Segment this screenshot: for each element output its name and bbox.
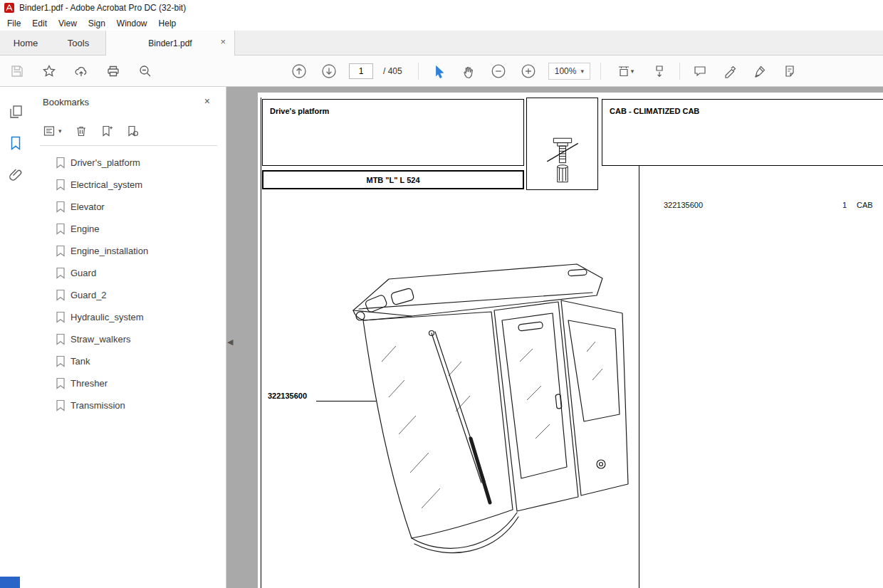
cursor-arrow-icon [432,64,446,78]
hand-tool-button[interactable] [459,61,479,81]
bookmark-icon [56,377,66,389]
toolbar-separator [679,63,680,80]
bookmark-item[interactable]: Hydraulic_system [31,306,226,328]
delete-bookmark-button[interactable] [75,125,88,137]
comment-bubble-icon [693,64,707,78]
bookmark-item[interactable]: Engine_installation [31,240,226,262]
document-canvas: ◀ Drive's platform MTB "L" L 524 CAB - C… [226,87,883,588]
bookmark-icon [56,399,66,411]
fountain-pen-icon [753,64,767,78]
fill-sign-button[interactable] [750,61,770,81]
new-bookmark-button[interactable] [100,125,113,137]
bookmark-icon [56,355,66,367]
pdf-page: Drive's platform MTB "L" L 524 CAB - CLI… [258,93,883,588]
bookmark-item[interactable]: Electrical_system [31,174,226,196]
bookmark-icon [56,157,66,169]
tab-home[interactable]: Home [0,31,51,55]
menu-view[interactable]: View [53,19,83,28]
select-tool-button[interactable] [429,61,449,81]
bookmark-item[interactable]: Engine [31,218,226,240]
bookmark-label: Hydraulic_system [70,312,144,322]
bookmark-item[interactable]: Thresher [31,372,226,394]
find-button[interactable] [135,61,155,81]
bookmark-label: Straw_walkers [70,334,131,345]
new-bookmark-icon [100,125,113,137]
page-fit-dropdown[interactable]: ▾ [611,61,639,81]
bookmark-label: Elevator [70,201,105,212]
find-bookmark-icon [126,125,139,137]
cloud-upload-icon [74,64,88,78]
bookmark-item[interactable]: Tank [31,350,226,372]
bookmarks-icon [8,135,23,151]
menu-sign[interactable]: Sign [83,19,111,28]
toolbar-separator [600,63,601,80]
goto-bookmark-button[interactable] [126,125,139,137]
bookmark-label: Guard_2 [70,290,107,300]
taskbar-fragment [0,577,20,588]
navigation-rail [0,87,31,588]
bookmarks-panel-header: Bookmarks × [31,87,226,117]
menu-help[interactable]: Help [153,19,182,28]
bookmark-icon [56,245,66,257]
zoom-level-value: 100% [555,66,577,76]
bookmarks-panel-button[interactable] [5,132,26,154]
arrow-down-circle-icon [321,63,337,79]
bookmark-item[interactable]: Driver's_platform [31,152,226,174]
window-title: Binder1.pdf - Adobe Acrobat Pro DC (32-b… [19,3,186,13]
document-tab-label: Binder1.pdf [148,38,192,48]
page-scroll-icon [652,64,667,78]
next-page-button[interactable] [319,61,339,81]
menu-edit[interactable]: Edit [26,19,53,28]
bookmark-label: Guard [70,268,96,278]
bookmark-label: Thresher [70,378,108,389]
zoom-in-button[interactable] [518,61,538,81]
attachments-panel-button[interactable] [5,164,26,185]
request-signature-button[interactable] [780,61,800,81]
model-label: MTB "L" L 524 [366,176,419,184]
previous-page-button[interactable] [289,61,309,81]
bookmark-options-button[interactable]: ▾ [43,125,62,137]
collapse-panel-icon[interactable]: ◀ [227,337,233,347]
menu-file[interactable]: File [1,19,26,28]
bookmark-icon [56,311,66,323]
bookmark-item[interactable]: Transmission [31,394,226,416]
page-count-label: / 405 [383,66,402,76]
zoom-level-dropdown[interactable]: 100% ▾ [548,63,590,80]
bookmark-list: Driver's_platform Electrical_system Elev… [31,146,226,416]
print-button[interactable] [103,61,123,81]
bookmark-item[interactable]: Elevator [31,196,226,218]
tab-document[interactable]: Binder1.pdf × [105,31,235,56]
toolbar-left-group [7,56,155,86]
save-icon [10,64,24,78]
share-cloud-button[interactable] [71,61,91,81]
page-thumbnails-icon [8,104,23,120]
close-panel-icon[interactable]: × [204,95,210,107]
favorite-button[interactable] [39,61,59,81]
tab-tools[interactable]: Tools [51,31,105,55]
chevron-down-icon: ▾ [58,127,62,135]
screw-symbol-icon [542,133,583,187]
bookmark-item[interactable]: Guard_2 [31,284,226,306]
zoom-out-button[interactable] [488,61,508,81]
scroll-mode-button[interactable] [649,61,669,81]
callout-part-number: 322135600 [268,392,307,400]
options-list-icon [43,125,56,137]
menu-window[interactable]: Window [111,19,153,28]
highlight-tool-button[interactable] [720,61,740,81]
bookmark-icon [56,267,66,279]
page-number-input[interactable] [349,63,373,79]
minus-circle-icon [491,63,506,79]
bookmark-label: Transmission [70,400,125,411]
bookmark-icon [56,333,66,345]
bookmark-item[interactable]: Guard [31,262,226,284]
bookmark-label: Electrical_system [70,179,142,190]
bookmark-label: Tank [70,356,90,367]
cab-title-box: CAB - CLIMATIZED CAB [602,99,883,166]
save-button[interactable] [7,61,27,81]
comment-tool-button[interactable] [690,61,710,81]
bookmark-item[interactable]: Straw_walkers [31,328,226,350]
toolbar-separator [418,63,419,80]
page-thumbnails-panel-button[interactable] [5,101,26,122]
part-qty-cell: 1 [842,201,847,209]
close-document-icon[interactable]: × [220,36,226,47]
